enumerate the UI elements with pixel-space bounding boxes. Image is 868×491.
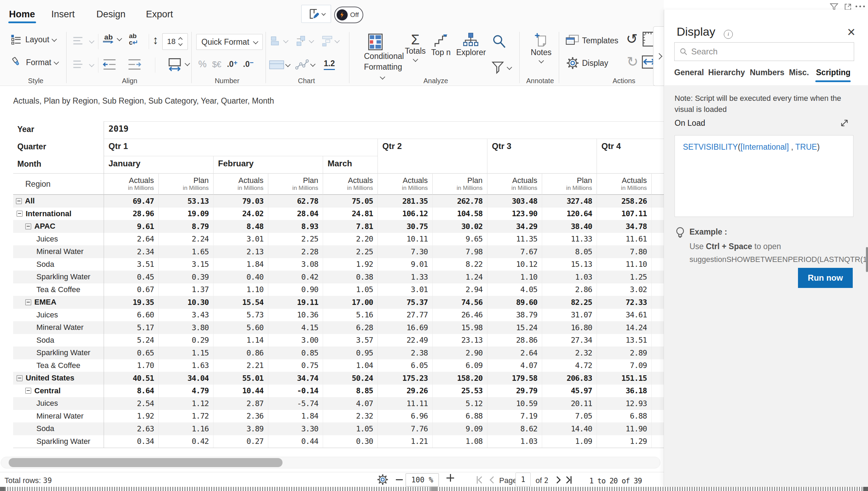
display-button[interactable]: Display [566, 57, 608, 69]
quarter-value[interactable]: Qtr 2 [382, 141, 402, 151]
gantt-chart-dropdown[interactable] [321, 35, 339, 47]
panel-scrollbar-thumb[interactable] [866, 247, 868, 272]
decrease-indent-icon[interactable] [103, 58, 116, 71]
number-scale-button[interactable]: 1.2 [324, 59, 335, 70]
increase-decimal-button[interactable]: .0+ [227, 60, 237, 69]
text-overflow-button[interactable]: ab [103, 33, 121, 44]
collapse-icon[interactable] [25, 299, 31, 305]
search-data-icon[interactable] [492, 34, 506, 49]
last-page-button[interactable] [564, 475, 573, 484]
run-now-button[interactable]: Run now [798, 268, 853, 288]
tab-numbers[interactable]: Numbers [750, 68, 784, 77]
region-column-header[interactable]: Region [13, 179, 104, 189]
format-button[interactable]: Format [10, 56, 58, 69]
quarter-value[interactable]: Qtr 1 [108, 141, 128, 151]
collapse-icon[interactable] [17, 211, 23, 217]
vertical-align-button[interactable] [73, 35, 94, 47]
month-value[interactable]: March [328, 159, 352, 168]
explorer-button[interactable]: Explorer [456, 33, 485, 57]
zoom-out-button[interactable] [396, 479, 403, 480]
column-header[interactable]: Actualsin Millions [323, 176, 377, 192]
next-page-button[interactable] [554, 475, 563, 484]
increase-icon[interactable] [179, 37, 183, 42]
conditional-formatting-button[interactable] [368, 33, 383, 51]
previous-page-button[interactable] [487, 475, 496, 484]
table-settings-gear-icon[interactable] [377, 474, 388, 485]
page-scrollbar-thumb[interactable] [431, 487, 438, 491]
collapse-icon[interactable] [25, 388, 31, 394]
column-header[interactable]: Actualsin Millions [213, 176, 268, 192]
filter-rows-button[interactable] [492, 61, 511, 74]
column-header[interactable]: Actualsin Millions [597, 176, 651, 192]
waterfall-chart-dropdown[interactable] [295, 35, 313, 47]
tab-home[interactable]: Home [9, 9, 35, 20]
row-label: Mineral Water [36, 412, 84, 421]
tab-general[interactable]: General [674, 68, 704, 77]
collapse-icon[interactable] [25, 223, 31, 229]
line-chart-dropdown[interactable] [295, 58, 315, 71]
quick-format-dropdown[interactable]: Quick Format [196, 34, 263, 50]
tab-misc[interactable]: Misc. [789, 68, 809, 77]
page-scrollbar-track[interactable] [0, 487, 868, 491]
column-header[interactable]: Actualsin Millions [487, 176, 542, 192]
first-page-button[interactable] [476, 475, 485, 484]
column-header[interactable]: Planin Millions [158, 176, 213, 192]
templates-button[interactable]: Templates [566, 35, 618, 46]
chevron-down-icon [52, 36, 57, 42]
page-scrollbar-right-end[interactable] [863, 487, 868, 491]
page-number-input[interactable] [515, 473, 531, 486]
tab-scripting[interactable]: Scripting [816, 68, 851, 77]
collapse-icon[interactable] [17, 375, 23, 381]
year-value[interactable]: 2019 [108, 124, 129, 134]
page-scrollbar-left-end[interactable] [0, 487, 5, 491]
tab-design[interactable]: Design [96, 9, 125, 20]
live-mode-toggle[interactable]: Off [334, 7, 363, 23]
panel-expander[interactable] [653, 26, 665, 86]
layout-button[interactable]: Layout [10, 33, 56, 46]
column-header[interactable]: Actualsin Millions [104, 176, 158, 192]
totals-button[interactable]: Σ Totals [405, 33, 426, 63]
tab-insert[interactable]: Insert [51, 9, 75, 20]
expand-editor-icon[interactable] [840, 119, 849, 128]
month-value[interactable]: February [218, 159, 254, 168]
tab-hierarchy[interactable]: Hierarchy [708, 68, 745, 77]
bar-chart-dropdown[interactable] [270, 35, 288, 47]
top-n-button[interactable]: Top n [430, 34, 452, 57]
horizontal-align-button[interactable] [73, 59, 94, 71]
script-editor[interactable]: SETVISIBILITY([International] , TRUE) [675, 135, 853, 217]
panel-search[interactable]: Search [674, 42, 854, 61]
tab-export[interactable]: Export [146, 9, 173, 20]
quarter-value[interactable]: Qtr 3 [492, 141, 511, 151]
undo-button[interactable]: ↺ [626, 32, 638, 46]
chevron-down-icon [285, 62, 291, 67]
horizontal-scrollbar-thumb[interactable] [9, 458, 283, 467]
column-header[interactable]: Actualsin Millions [377, 176, 432, 192]
redo-button[interactable]: ↻ [627, 55, 639, 69]
more-options-icon[interactable] [856, 6, 865, 7]
column-header[interactable]: Planin Millions [542, 176, 597, 192]
month-value[interactable]: January [108, 159, 140, 168]
quarter-value[interactable]: Qtr 4 [601, 141, 621, 151]
decrease-icon[interactable] [179, 41, 183, 46]
increase-indent-icon[interactable] [128, 58, 141, 71]
collapse-icon[interactable] [16, 198, 22, 204]
notes-button[interactable]: Notes [529, 33, 553, 64]
cell-value: 28.86 [487, 336, 542, 344]
group-label-style: Style [28, 77, 43, 85]
horizontal-scrollbar-track[interactable] [1, 457, 660, 468]
column-header[interactable]: Planin Millions [432, 176, 487, 192]
zoom-in-button[interactable] [446, 474, 454, 482]
wrap-text-button[interactable]: ab c↵ [129, 33, 138, 46]
edit-mode-button[interactable] [301, 5, 331, 23]
column-header[interactable]: Planin Millions [268, 176, 323, 192]
percent-format-button[interactable]: % [198, 59, 207, 70]
zoom-level-field[interactable]: 100 % [406, 473, 439, 486]
column-width-button[interactable] [167, 56, 189, 71]
table-view-dropdown[interactable] [269, 60, 290, 70]
info-icon[interactable]: i [724, 30, 733, 39]
decrease-decimal-button[interactable]: .0− [243, 60, 253, 69]
currency-format-button[interactable]: $€ [212, 60, 222, 69]
close-icon[interactable]: × [847, 25, 855, 39]
font-size-stepper[interactable]: 18 [162, 33, 188, 50]
row-height-icon[interactable]: ↕ [153, 34, 158, 46]
